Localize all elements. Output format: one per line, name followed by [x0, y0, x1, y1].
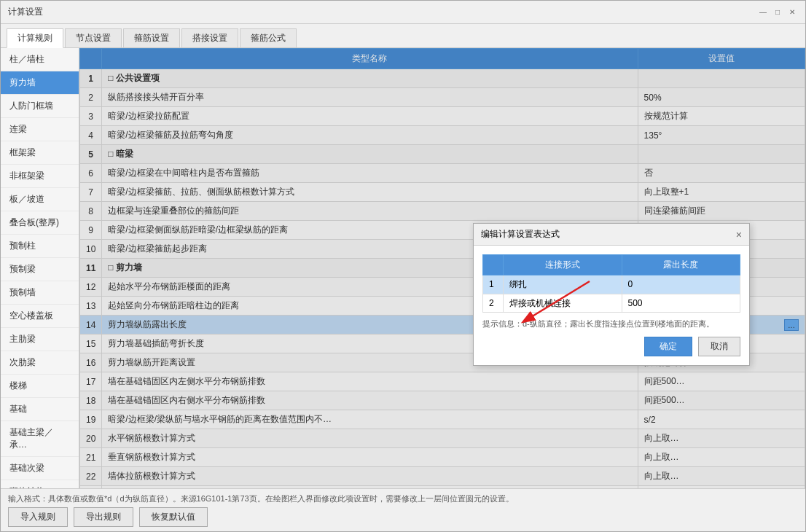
tab-bar: 计算规则 节点设置 箍筋设置 搭接设置 箍筋公式 [1, 24, 805, 48]
dialog-col-connect: 连接形式 [504, 255, 622, 275]
sidebar-item-nonframe-beam[interactable]: 非框架梁 [1, 165, 79, 188]
connect-type-input2[interactable] [509, 298, 616, 308]
sidebar-item-link-beam[interactable]: 连梁 [1, 118, 79, 141]
sidebar-item-civil-wall[interactable]: 人防门框墙 [1, 95, 79, 118]
dialog-body: 连接形式 露出长度 1 2 [474, 246, 749, 365]
dialog-table-row[interactable]: 2 [483, 294, 740, 313]
window-title: 计算设置 [8, 6, 43, 18]
restore-defaults-button[interactable]: 恢复默认值 [139, 507, 208, 527]
import-rules-button[interactable]: 导入规则 [8, 507, 68, 527]
dialog-row-num: 2 [483, 294, 504, 313]
minimize-button[interactable]: — [757, 7, 769, 18]
sidebar-item-frame-beam[interactable]: 框架梁 [1, 141, 79, 165]
main-table-area: 类型名称 设置值 1 □ 公共设置项 2 纵筋搭接接头错开百分率 50% [79, 48, 805, 488]
window-controls: — □ ✕ [757, 7, 798, 18]
title-bar: 计算设置 — □ ✕ [1, 1, 805, 24]
sidebar-item-shear-wall[interactable]: 剪力墙 [1, 71, 79, 95]
sidebar-item-stair[interactable]: 楼梯 [1, 375, 79, 398]
maximize-button[interactable]: □ [772, 7, 783, 18]
footer-buttons: 导入规则 导出规则 恢复默认值 [8, 507, 798, 527]
edit-expression-dialog: 编辑计算设置表达式 × 连接形式 露出长度 [473, 223, 750, 366]
tab-node-settings[interactable]: 节点设置 [65, 28, 122, 47]
dialog-ok-button[interactable]: 确定 [644, 337, 692, 356]
export-rules-button[interactable]: 导出规则 [74, 507, 133, 527]
dialog-row-num: 1 [483, 275, 504, 294]
dialog-col-num [483, 255, 504, 275]
sidebar-item-masonry[interactable]: 砌体结构 [1, 480, 79, 488]
dialog-title-text: 编辑计算设置表达式 [481, 228, 560, 240]
sidebar-item-hollow-slab[interactable]: 空心楼盖板 [1, 305, 79, 328]
sidebar-item-sec-rib[interactable]: 次肋梁 [1, 351, 79, 375]
sidebar-item-main-rib[interactable]: 主肋梁 [1, 328, 79, 351]
dialog-close-button[interactable]: × [736, 229, 742, 240]
sidebar-item-precast-beam[interactable]: 预制梁 [1, 258, 79, 281]
dialog-row-expose-len2[interactable] [622, 294, 740, 313]
dialog-footer: 确定 取消 [482, 337, 740, 356]
dialog-title-bar: 编辑计算设置表达式 × [474, 224, 749, 246]
footer-hint: 输入格式：具体数值或数值*d（d为纵筋直径）。来源16G101-1第73页。在绘… [8, 493, 798, 504]
dialog-table: 连接形式 露出长度 1 2 [482, 254, 740, 313]
sidebar-item-precast-col[interactable]: 预制柱 [1, 235, 79, 258]
close-button[interactable]: ✕ [786, 7, 798, 18]
tab-lap-settings[interactable]: 搭接设置 [181, 28, 238, 47]
dialog-hint: 提示信息：d-纵筋直径；露出长度指连接点位置到楼地面的距离。 [482, 318, 740, 329]
sidebar-item-composite-slab[interactable]: 叠合板(整厚) [1, 211, 79, 235]
dialog-col-expose: 露出长度 [622, 255, 740, 275]
footer: 输入格式：具体数值或数值*d（d为纵筋直径）。来源16G101-1第73页。在绘… [1, 488, 805, 531]
tab-stirrup-settings[interactable]: 箍筋设置 [123, 28, 180, 47]
sidebar-item-foundation-sec[interactable]: 基础次梁 [1, 457, 79, 480]
dialog-row-expose-len[interactable] [622, 275, 740, 294]
tab-stirrup-formula[interactable]: 箍筋公式 [240, 28, 297, 47]
main-window: 计算设置 — □ ✕ 计算规则 节点设置 箍筋设置 搭接设置 箍筋公式 柱／墙柱… [0, 0, 806, 532]
tab-calc-rules[interactable]: 计算规则 [7, 28, 63, 48]
dialog-cancel-button[interactable]: 取消 [698, 337, 740, 356]
sidebar-item-slab[interactable]: 板／坡道 [1, 188, 79, 211]
expose-len-input[interactable] [628, 279, 735, 289]
content-area: 柱／墙柱 剪力墙 人防门框墙 连梁 框架梁 非框架梁 板／坡道 叠合板(整厚) … [1, 48, 805, 488]
sidebar-item-foundation[interactable]: 基础 [1, 398, 79, 421]
sidebar: 柱／墙柱 剪力墙 人防门框墙 连梁 框架梁 非框架梁 板／坡道 叠合板(整厚) … [1, 48, 79, 488]
expose-len-input2[interactable] [628, 298, 735, 308]
sidebar-item-wall-column[interactable]: 柱／墙柱 [1, 48, 79, 71]
dialog-table-row[interactable]: 1 [483, 275, 740, 294]
dialog-row-connect-type2[interactable] [504, 294, 622, 313]
sidebar-item-precast-wall[interactable]: 预制墙 [1, 281, 79, 305]
sidebar-item-foundation-beam[interactable]: 基础主梁／承… [1, 421, 79, 457]
connect-type-input[interactable] [509, 280, 616, 290]
dialog-row-connect-type[interactable] [504, 275, 622, 294]
